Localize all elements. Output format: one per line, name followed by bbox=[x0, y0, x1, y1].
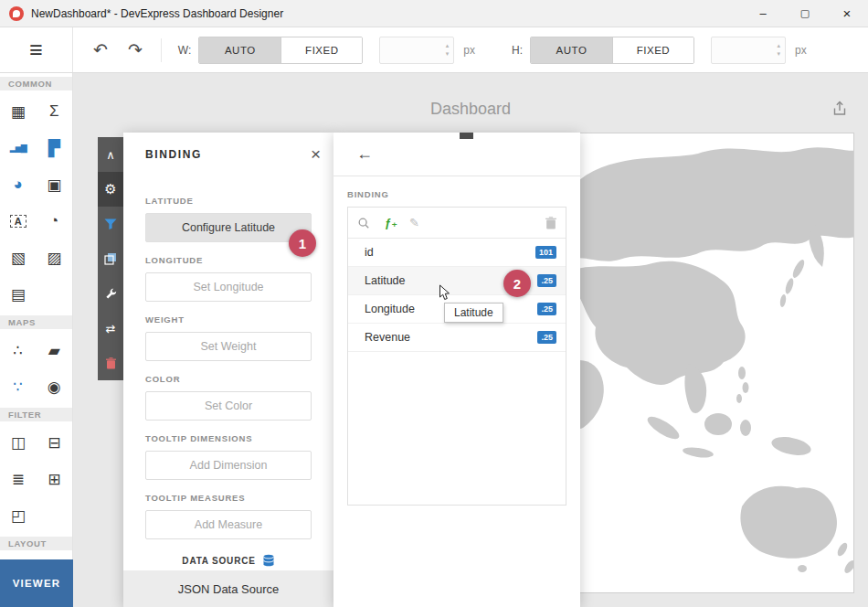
data-source-label: DATA SOURCE bbox=[182, 556, 255, 566]
dashboard-title: Dashboard bbox=[73, 73, 868, 133]
height-fixed-button[interactable]: FIXED bbox=[612, 37, 693, 63]
field-row-id[interactable]: id 101 bbox=[348, 239, 566, 267]
width-auto-button[interactable]: AUTO bbox=[199, 37, 281, 63]
field-type-badge: .25 bbox=[537, 303, 556, 315]
height-px-label: px bbox=[795, 44, 807, 57]
height-input[interactable] bbox=[712, 44, 777, 57]
data-source-name[interactable]: JSON Data Source bbox=[123, 570, 333, 607]
strip-bindings-button[interactable]: ⚙ bbox=[98, 172, 123, 207]
height-auto-button[interactable]: AUTO bbox=[531, 37, 612, 63]
tool-treemap-icon[interactable]: ▛ bbox=[37, 130, 70, 166]
data-source-row[interactable]: DATA SOURCE bbox=[123, 554, 333, 567]
tool-bound-image-icon[interactable]: ▤ bbox=[2, 276, 35, 313]
tool-geopoint-map-icon[interactable]: ∴ bbox=[2, 332, 35, 368]
range-filter-icon: ◫ bbox=[11, 433, 26, 453]
field-tooltip: Latitude bbox=[444, 303, 503, 323]
weight-section-label: WEIGHT bbox=[145, 314, 312, 325]
binding-panel-header: BINDING × bbox=[123, 133, 333, 176]
trash-icon bbox=[106, 357, 116, 369]
width-fixed-button[interactable]: FIXED bbox=[281, 37, 362, 63]
tool-choropleth-map-icon[interactable]: ▰ bbox=[37, 332, 70, 368]
strip-delete-button[interactable] bbox=[98, 346, 123, 380]
field-row-revenue[interactable]: Revenue .25 bbox=[348, 324, 566, 352]
tool-listbox-icon[interactable]: ≣ bbox=[2, 461, 35, 497]
filter-icon-grid: ◫ ⊟ ≣ ⊞ ◰ bbox=[0, 421, 72, 537]
layers-icon bbox=[104, 252, 117, 265]
tool-bubble-map-icon[interactable]: ∵ bbox=[2, 368, 35, 405]
binding-panel-close-button[interactable]: × bbox=[311, 144, 321, 165]
pencil-icon: ✎ bbox=[409, 216, 419, 229]
tool-textbox-icon[interactable]: A bbox=[2, 203, 35, 240]
strip-options-button[interactable] bbox=[98, 276, 123, 311]
text-box-icon: A bbox=[10, 215, 26, 228]
strip-collapse-button[interactable]: ∧ bbox=[98, 137, 123, 172]
export-button[interactable] bbox=[831, 101, 848, 120]
minimize-button[interactable]: – bbox=[742, 0, 784, 27]
set-longitude-button[interactable]: Set Longitude bbox=[145, 272, 312, 302]
height-input-group: ▴ ▾ bbox=[711, 37, 786, 64]
strip-interactivity-button[interactable] bbox=[98, 241, 123, 276]
maximize-button[interactable]: ▢ bbox=[784, 0, 826, 27]
width-input[interactable] bbox=[380, 44, 445, 57]
item-tool-strip: ∧ ⚙ ⇄ bbox=[98, 137, 123, 380]
fx-plus-icon: ƒ₊ bbox=[385, 216, 397, 229]
field-list: ƒ₊ ✎ id 101 Latitude .25 Longitude .25 bbox=[347, 207, 566, 506]
toolbar: ≡ ↶ ↷ W: AUTO FIXED ▴ ▾ px H: AUTO FIXED… bbox=[0, 27, 868, 73]
add-measure-button[interactable]: Add Measure bbox=[145, 510, 312, 539]
field-name: id bbox=[365, 246, 374, 259]
tool-pie-icon[interactable]: ◕ bbox=[2, 166, 35, 203]
field-row-latitude[interactable]: Latitude .25 bbox=[348, 267, 566, 295]
field-name: Revenue bbox=[365, 331, 410, 344]
tool-gauge-icon[interactable]: ◔ bbox=[37, 203, 70, 240]
width-px-label: px bbox=[463, 44, 475, 57]
pie-map-icon: ◉ bbox=[48, 378, 61, 397]
width-spin-down-icon[interactable]: ▾ bbox=[446, 50, 450, 58]
titlebar: NewDashboard* - DevExpress Dashboard Des… bbox=[0, 0, 868, 27]
app-logo-icon bbox=[9, 6, 24, 21]
tool-combobox-icon[interactable]: ⊟ bbox=[37, 424, 70, 461]
add-dimension-button[interactable]: Add Dimension bbox=[145, 451, 312, 480]
delete-field-button[interactable] bbox=[545, 217, 556, 229]
undo-button[interactable]: ↶ bbox=[93, 41, 108, 59]
strip-convert-button[interactable]: ⇄ bbox=[98, 311, 123, 346]
section-label-common: COMMON bbox=[0, 77, 72, 91]
close-button[interactable]: × bbox=[826, 0, 868, 27]
field-search-button[interactable] bbox=[357, 217, 370, 229]
add-calculated-field-button[interactable]: ƒ₊ bbox=[385, 216, 397, 229]
set-weight-button[interactable]: Set Weight bbox=[145, 332, 312, 361]
back-button[interactable]: ← bbox=[356, 144, 373, 164]
width-spin-up-icon[interactable]: ▴ bbox=[446, 42, 450, 49]
choropleth-map-icon: ▰ bbox=[48, 341, 60, 360]
edit-field-button[interactable]: ✎ bbox=[409, 216, 419, 229]
pie-chart-icon: ◕ bbox=[14, 176, 23, 194]
search-icon bbox=[357, 217, 370, 229]
hamburger-menu-button[interactable]: ≡ bbox=[29, 38, 43, 61]
image-icon: ▨ bbox=[47, 249, 61, 268]
tool-image-icon[interactable]: ▨ bbox=[37, 240, 70, 276]
tool-pivot-icon[interactable]: Σ bbox=[37, 93, 70, 130]
field-panel-title: BINDING bbox=[347, 189, 580, 199]
tool-pie-map-icon[interactable]: ◉ bbox=[37, 368, 70, 405]
tool-cards-icon[interactable]: ▣ bbox=[37, 166, 70, 203]
configure-latitude-button[interactable]: Configure Latitude bbox=[145, 213, 312, 242]
tool-richtext-icon[interactable]: ▧ bbox=[2, 240, 35, 276]
redo-button[interactable]: ↷ bbox=[128, 41, 143, 59]
section-label-filter: FILTER bbox=[0, 408, 72, 421]
height-spin-down-icon[interactable]: ▾ bbox=[777, 50, 780, 58]
field-name: Latitude bbox=[365, 274, 405, 287]
height-spin-up-icon[interactable]: ▴ bbox=[777, 42, 780, 49]
tool-treeview-icon[interactable]: ⊞ bbox=[37, 461, 70, 497]
design-surface: Dashboard bbox=[73, 73, 868, 607]
field-chooser-panel: ← BINDING ƒ₊ ✎ id 101 bbox=[333, 133, 580, 607]
tool-range-filter-icon[interactable]: ◫ bbox=[2, 424, 35, 461]
tool-grid-icon[interactable]: ▦ bbox=[2, 93, 35, 130]
strip-filter-button[interactable] bbox=[98, 207, 123, 241]
width-label: W: bbox=[178, 44, 191, 57]
viewer-button[interactable]: VIEWER bbox=[0, 559, 73, 607]
tool-chart-icon[interactable]: ▂▅▇ bbox=[2, 130, 35, 166]
field-type-badge: 101 bbox=[535, 246, 556, 259]
tool-date-filter-icon[interactable]: ◰ bbox=[2, 497, 35, 534]
height-mode-toggle: AUTO FIXED bbox=[530, 37, 694, 64]
set-color-button[interactable]: Set Color bbox=[145, 391, 312, 421]
section-label-layout: LAYOUT bbox=[0, 537, 72, 550]
